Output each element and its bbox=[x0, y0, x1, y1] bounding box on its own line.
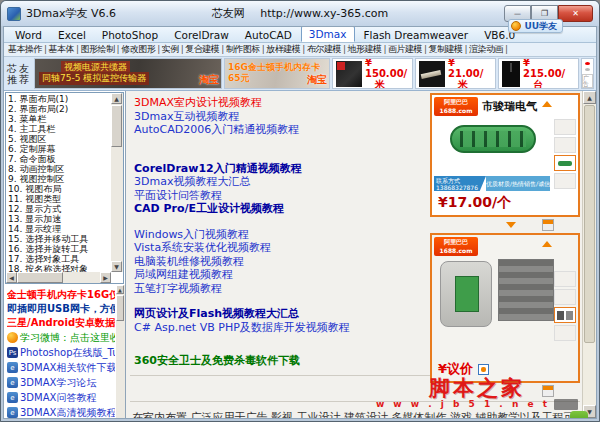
tutorial-link[interactable]: 3Dmax视频教程大汇总 bbox=[134, 175, 426, 189]
thumbnail[interactable] bbox=[554, 325, 576, 341]
thumbnail[interactable] bbox=[554, 289, 576, 305]
lesson-item[interactable]: 15. 选择并移动工具 bbox=[8, 234, 110, 244]
tutorial-link[interactable]: 网页设计及Flash视频教程大汇总 bbox=[134, 307, 426, 321]
toolbar-item[interactable]: 制作图标 bbox=[226, 43, 267, 56]
toolbar-item[interactable]: 基本操作 bbox=[8, 43, 49, 56]
scroll-right-arrow[interactable] bbox=[100, 272, 111, 283]
toolbar-item[interactable]: 实例 bbox=[162, 43, 186, 56]
promo-text-link[interactable]: 即插即用USB网卡，方便快捷 bbox=[7, 302, 115, 316]
toolbar-item[interactable]: 画片建模 bbox=[388, 43, 429, 56]
menu-item[interactable]: Flash Dreamweaver bbox=[357, 28, 476, 42]
lesson-item[interactable]: 18. 按名称选择对象 bbox=[8, 264, 110, 272]
sidebar-link[interactable]: Ps Photoshop在线版_TuTiTu bbox=[7, 345, 115, 360]
scroll-left-arrow[interactable] bbox=[6, 272, 17, 283]
toolbar-item[interactable]: 渲染动画 bbox=[469, 43, 510, 56]
ad-product-215[interactable]: ¥ 215.00/台 bbox=[498, 58, 579, 89]
lesson-item[interactable]: 3. 菜单栏 bbox=[8, 114, 110, 124]
toolbar-item[interactable]: 图形绘制 bbox=[81, 43, 122, 56]
ad-memory-card[interactable]: 16G金士顿手机内存卡 65元 淘宝 bbox=[224, 58, 330, 89]
listbox-vertical-scrollbar[interactable] bbox=[111, 93, 123, 272]
close-button[interactable] bbox=[558, 5, 593, 22]
menu-item[interactable]: Word bbox=[8, 28, 49, 42]
lesson-item[interactable]: 8. 动画控制区 bbox=[8, 164, 110, 174]
menu-item[interactable]: Excel bbox=[51, 28, 93, 42]
tutorial-link[interactable]: Windows入门视频教程 bbox=[134, 228, 426, 242]
sidebar-link[interactable]: e 3DMAX问答教程 bbox=[7, 390, 115, 405]
chevron-up-icon[interactable] bbox=[542, 101, 552, 107]
menu-item[interactable]: 3Dmax bbox=[301, 26, 355, 42]
chevron-down-icon[interactable] bbox=[506, 222, 516, 228]
lesson-item[interactable]: 14. 显示纹理 bbox=[8, 224, 110, 234]
listbox-horizontal-scrollbar[interactable] bbox=[6, 272, 111, 283]
tutorial-link[interactable]: C# Asp.net VB PHP及数据库开发视频教程 bbox=[134, 321, 426, 335]
toolbar-item[interactable]: 地形建模 bbox=[347, 43, 388, 56]
carousel-dot[interactable] bbox=[585, 68, 590, 71]
lesson-item[interactable]: 17. 选择对象工具 bbox=[8, 254, 110, 264]
thumbnail-selected[interactable] bbox=[554, 307, 576, 323]
browser-vertical-scrollbar[interactable] bbox=[582, 91, 596, 418]
thumbnail[interactable] bbox=[554, 271, 576, 287]
thumbnail[interactable] bbox=[554, 173, 576, 189]
scroll-thumb[interactable] bbox=[111, 105, 122, 147]
carousel-dot-active[interactable] bbox=[585, 62, 590, 65]
chevron-up-icon[interactable] bbox=[542, 241, 552, 247]
promo-text-link[interactable]: 金士顿手机内存卡16G仅65元 bbox=[7, 288, 115, 302]
lesson-item[interactable]: 11. 视图类型 bbox=[8, 194, 110, 204]
tutorial-link[interactable]: 360安全卫士及免费杀毒软件下载 bbox=[134, 354, 426, 368]
lesson-item[interactable]: 6. 定制屏幕 bbox=[8, 144, 110, 154]
scroll-down-arrow[interactable] bbox=[111, 261, 122, 272]
tutorial-link[interactable]: CAD Pro/E工业设计视频教程 bbox=[134, 202, 426, 216]
thumbnail[interactable] bbox=[554, 137, 576, 153]
tutorial-link[interactable]: 3Dmax互动视频教程 bbox=[134, 110, 426, 124]
scroll-up-arrow[interactable] bbox=[583, 91, 596, 104]
lesson-item[interactable]: 10. 视图布局 bbox=[8, 184, 110, 194]
lesson-item[interactable]: 2. 界面布局(2) bbox=[8, 104, 110, 114]
sidebar-link[interactable]: e 3DMAX高清视频教程-1 bbox=[7, 405, 115, 418]
tutorial-link[interactable]: 平面设计问答教程 bbox=[134, 189, 426, 203]
toolbar-item[interactable]: 放样建模 bbox=[266, 43, 307, 56]
tutorial-link[interactable]: AutoCAD2006入门精通视频教程 bbox=[134, 123, 426, 137]
thumbnail[interactable] bbox=[554, 119, 576, 135]
lesson-item[interactable]: 12. 显示方式 bbox=[8, 204, 110, 214]
ad-product-150[interactable]: ¥ 150.00/米 bbox=[332, 58, 413, 89]
scroll-up-arrow[interactable] bbox=[111, 93, 122, 104]
toolbar-item[interactable]: 复制建模 bbox=[429, 43, 470, 56]
lesson-item[interactable]: 13. 显示加速 bbox=[8, 214, 110, 224]
alibaba-ad-card-1[interactable]: 阿里巴巴 1688.com 市骏瑞电气 bbox=[430, 93, 580, 217]
promo-scrollbar[interactable] bbox=[116, 285, 125, 418]
lesson-item[interactable]: 5. 视图区 bbox=[8, 134, 110, 144]
chevron-down-icon[interactable] bbox=[506, 388, 516, 394]
alibaba-ad-card-2[interactable]: 阿里巴巴 1688.com ¥议价 bbox=[430, 233, 580, 383]
junction-box-image[interactable] bbox=[440, 261, 492, 327]
lesson-item[interactable]: 9. 视图控制区 bbox=[8, 174, 110, 184]
menu-item[interactable]: CorelDraw bbox=[167, 28, 236, 42]
tutorial-link[interactable]: CorelDraw12入门精通视频教程 bbox=[134, 162, 426, 176]
scroll-thumb[interactable] bbox=[116, 295, 124, 321]
menu-item[interactable]: PhotoShop bbox=[95, 28, 165, 42]
toolbar-item[interactable]: 复合建模 bbox=[185, 43, 226, 56]
ad-product-21[interactable]: ¥ 21.00/米 bbox=[415, 58, 496, 89]
package-icon[interactable] bbox=[542, 219, 554, 231]
sidebar-link[interactable]: e 3DMAX学习论坛 bbox=[7, 375, 115, 390]
scroll-up-arrow[interactable] bbox=[116, 285, 124, 294]
menu-item[interactable]: AutoCAD bbox=[238, 28, 299, 42]
uu-badge[interactable]: UU学友 bbox=[508, 26, 563, 33]
pcb-product-image[interactable] bbox=[450, 125, 536, 153]
toolbar-item[interactable]: 布尔建模 bbox=[307, 43, 348, 56]
package-icon[interactable] bbox=[542, 385, 554, 397]
scroll-thumb[interactable] bbox=[17, 272, 63, 283]
terminal-block-image[interactable] bbox=[498, 259, 554, 321]
tutorial-link[interactable]: 局域网组建视频教程 bbox=[134, 268, 426, 282]
tutorial-link[interactable]: 电脑装机维修视频教程 bbox=[134, 255, 426, 269]
wangwang-icon[interactable] bbox=[478, 364, 489, 375]
tutorial-link[interactable]: 五笔打字视频教程 bbox=[134, 282, 426, 296]
toolbar-item[interactable]: 修改图形 bbox=[121, 43, 162, 56]
tutorial-link[interactable]: 3DMAX室内设计视频教程 bbox=[134, 96, 426, 110]
ad-video-power[interactable]: 视频电源共缆器 同轴75-5 模拟监控传输器 淘宝 bbox=[34, 58, 222, 89]
promo-text-link[interactable]: 三星/Android安卓数据线4元 bbox=[7, 316, 115, 330]
toolbar-item[interactable]: 基本体 bbox=[49, 43, 81, 56]
tutorial-link[interactable]: Vista系统安装优化视频教程 bbox=[134, 241, 426, 255]
lesson-item[interactable]: 16. 选择并旋转工具 bbox=[8, 244, 110, 254]
thumbnail-selected[interactable] bbox=[554, 155, 576, 171]
scroll-thumb[interactable] bbox=[584, 105, 595, 343]
